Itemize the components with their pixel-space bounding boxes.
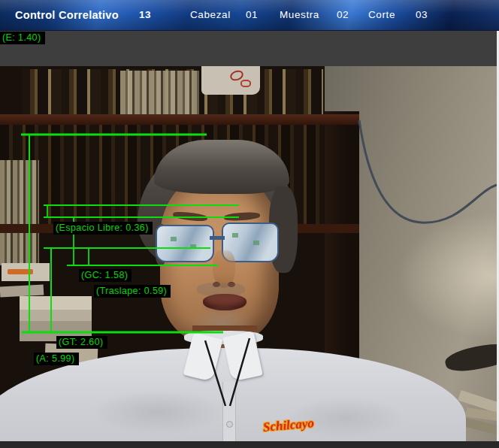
label-traslape: (Traslape: 0.59) bbox=[94, 285, 171, 298]
webcam-feed: Schilcayo bbox=[0, 66, 497, 441]
video-letterbox bbox=[0, 441, 499, 448]
label-e: (E: 1.40) bbox=[0, 32, 45, 44]
necklace-cord bbox=[0, 66, 497, 441]
nav-cabezal-value[interactable]: 01 bbox=[246, 0, 258, 30]
control-correlativo-window: Control Correlativo 13 Cabezal 01 Muestr… bbox=[0, 0, 499, 448]
nav-cabezal[interactable]: Cabezal bbox=[190, 0, 231, 30]
correlativo-number: 13 bbox=[139, 0, 151, 30]
label-gc: (GC: 1.58) bbox=[79, 269, 132, 282]
nav-corte-value[interactable]: 03 bbox=[416, 0, 428, 30]
title-bar: Control Correlativo 13 Cabezal 01 Muestr… bbox=[0, 0, 499, 31]
nav-corte[interactable]: Corte bbox=[368, 0, 395, 30]
nav-muestra-value[interactable]: 02 bbox=[337, 0, 349, 30]
label-espacio-libre: (Espacio Libre: 0.36) bbox=[53, 222, 153, 235]
label-a: (A: 5.99) bbox=[34, 353, 79, 365]
app-title: Control Correlativo bbox=[15, 0, 119, 30]
nav-muestra[interactable]: Muestra bbox=[280, 0, 319, 30]
toolbar-band bbox=[0, 30, 497, 66]
label-gt: (GT: 2.60) bbox=[56, 336, 107, 349]
